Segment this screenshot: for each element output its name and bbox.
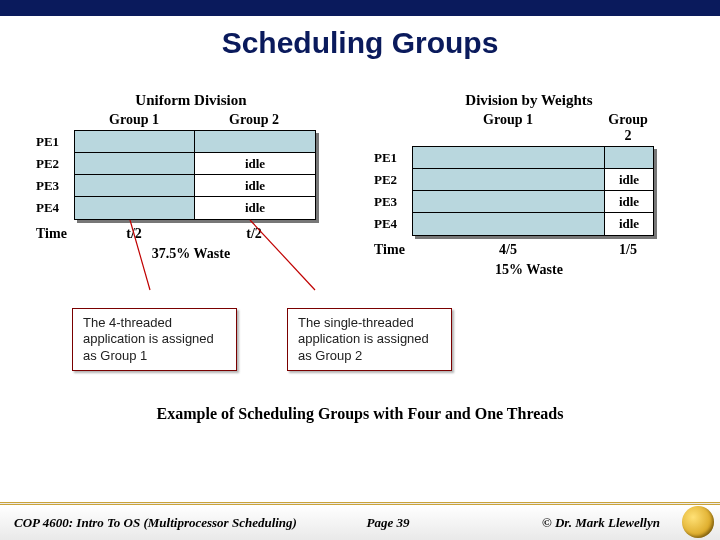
cell-idle: idle <box>195 175 315 197</box>
diagram-weights: Division by Weights Group 1 Group 2 PE1 … <box>374 92 684 278</box>
row-labels: PE1 PE2 PE3 PE4 <box>36 131 74 220</box>
footer-course: COP 4600: Intro To OS (Multiprocessor Sc… <box>14 515 320 531</box>
annotation-left: The 4-threaded application is assigned a… <box>72 308 237 371</box>
time-label: Time <box>374 242 412 258</box>
cell-busy <box>413 213 605 235</box>
row-label: PE4 <box>374 213 412 235</box>
cell-idle: idle <box>605 191 653 213</box>
cell-busy <box>605 147 653 169</box>
cell-busy <box>75 153 195 175</box>
diagram-weights-grid: idle idle idle <box>412 146 654 236</box>
row-label: PE1 <box>36 131 74 153</box>
time-label: Time <box>36 226 74 242</box>
waste-label: 37.5% Waste <box>36 246 346 262</box>
diagram-weights-group-headers: Group 1 Group 2 <box>374 112 684 144</box>
footer: COP 4600: Intro To OS (Multiprocessor Sc… <box>0 502 720 540</box>
cell-idle: idle <box>195 197 315 219</box>
time-ticks: Time 4/5 1/5 <box>374 242 684 258</box>
row-label: PE1 <box>374 147 412 169</box>
footer-page: Page 39 <box>320 515 456 531</box>
diagram-weights-title: Division by Weights <box>374 92 684 109</box>
group-header: Group 1 <box>74 112 194 128</box>
time-tick: 1/5 <box>604 242 652 258</box>
time-tick: t/2 <box>194 226 314 242</box>
diagram-uniform-grid: idle idle idle <box>74 130 316 220</box>
page-title: Scheduling Groups <box>0 26 720 60</box>
cell-idle: idle <box>605 169 653 191</box>
cell-busy <box>413 169 605 191</box>
diagram-uniform-title: Uniform Division <box>36 92 346 109</box>
footer-copyright: © Dr. Mark Llewellyn <box>456 515 706 531</box>
diagram-uniform: Uniform Division Group 1 Group 2 PE1 PE2… <box>36 92 346 278</box>
annotation-row: The 4-threaded application is assigned a… <box>72 308 720 371</box>
row-labels: PE1 PE2 PE3 PE4 <box>374 147 412 236</box>
cell-busy <box>75 197 195 219</box>
top-bar <box>0 0 720 16</box>
group-header: Group 2 <box>604 112 652 144</box>
row-label: PE3 <box>374 191 412 213</box>
cell-idle: idle <box>605 213 653 235</box>
cell-busy <box>195 131 315 153</box>
cell-busy <box>75 131 195 153</box>
row-label: PE3 <box>36 175 74 197</box>
row-label: PE2 <box>374 169 412 191</box>
annotation-right: The single-threaded application is assig… <box>287 308 452 371</box>
time-tick: t/2 <box>74 226 194 242</box>
row-label: PE4 <box>36 197 74 219</box>
diagram-uniform-group-headers: Group 1 Group 2 <box>36 112 346 128</box>
group-header: Group 1 <box>412 112 604 144</box>
waste-label: 15% Waste <box>374 262 684 278</box>
time-tick: 4/5 <box>412 242 604 258</box>
cell-busy <box>75 175 195 197</box>
figure-caption: Example of Scheduling Groups with Four a… <box>0 405 720 423</box>
group-header: Group 2 <box>194 112 314 128</box>
row-label: PE2 <box>36 153 74 175</box>
time-ticks: Time t/2 t/2 <box>36 226 346 242</box>
diagrams-row: Uniform Division Group 1 Group 2 PE1 PE2… <box>0 92 720 278</box>
cell-busy <box>413 191 605 213</box>
ucf-pegasus-icon <box>682 506 714 538</box>
cell-busy <box>413 147 605 169</box>
cell-idle: idle <box>195 153 315 175</box>
